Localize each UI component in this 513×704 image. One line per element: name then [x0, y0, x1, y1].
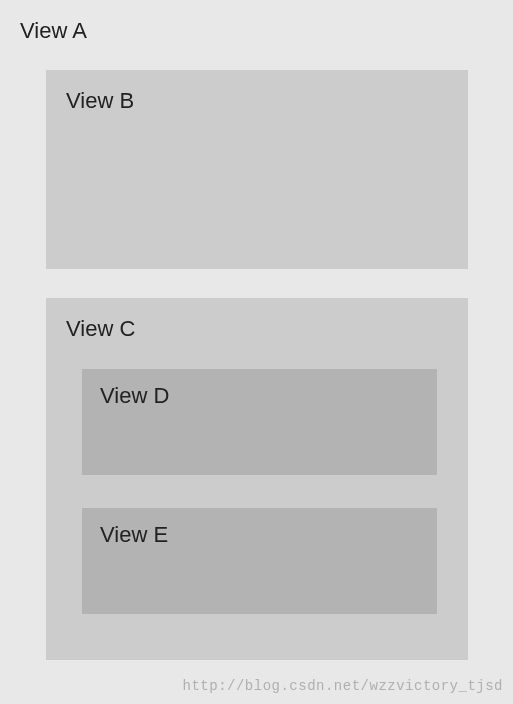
view-d-container: View D	[82, 369, 437, 475]
view-b-container: View B	[46, 70, 468, 269]
view-b-label: View B	[66, 88, 468, 114]
view-d-label: View D	[100, 383, 437, 409]
view-a-container: View A View B View C View D View E	[0, 0, 513, 704]
view-e-container: View E	[82, 508, 437, 614]
view-e-label: View E	[100, 522, 437, 548]
view-c-label: View C	[66, 316, 468, 342]
view-c-container: View C View D View E	[46, 298, 468, 660]
watermark-text: http://blog.csdn.net/wzzvictory_tjsd	[183, 678, 503, 694]
view-a-label: View A	[20, 18, 513, 44]
